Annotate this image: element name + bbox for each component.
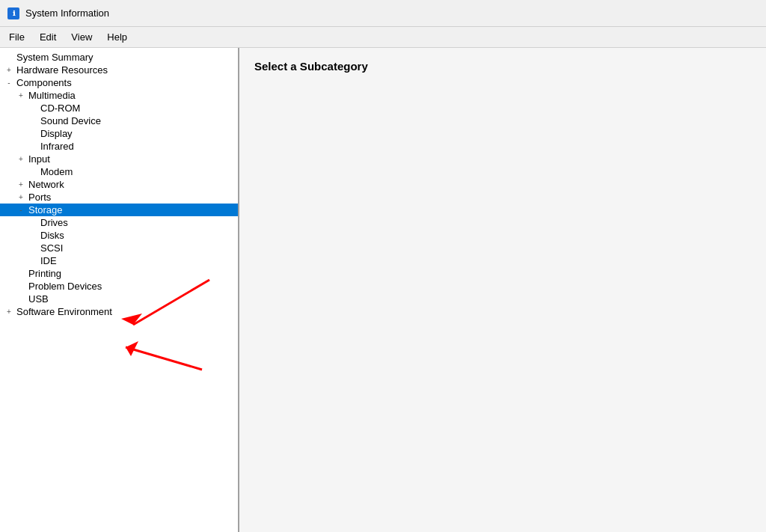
expander-ports[interactable]: + [15,193,27,201]
tree-label-components: Components [15,77,72,88]
expander-network[interactable]: + [15,180,27,189]
app-icon: ℹ [7,7,19,19]
tree-label-input: Input [27,153,50,165]
tree-item-software-environment[interactable]: +Software Environment [0,305,238,318]
content-area: Select a Subcategory [239,48,766,532]
tree-label-scsi: SCSI [39,242,63,254]
tree-item-hardware-resources[interactable]: +Hardware Resources [0,64,238,76]
title-bar: ℹ System Information [0,0,766,27]
tree-label-sound-device: Sound Device [39,115,101,126]
tree-label-hardware-resources: Hardware Resources [15,64,108,76]
tree-item-usb[interactable]: USB [0,293,238,305]
tree-label-modem: Modem [39,166,73,177]
tree-label-printing: Printing [27,268,61,279]
tree-item-storage[interactable]: -Storage [0,204,238,216]
tree-item-sound-device[interactable]: Sound Device [0,114,238,127]
tree-item-ide[interactable]: IDE [0,254,238,267]
tree-label-ide: IDE [39,255,57,266]
tree-item-system-summary[interactable]: System Summary [0,51,238,64]
tree-item-display[interactable]: Display [0,127,238,140]
tree-label-infrared: Infrared [39,141,74,152]
tree-item-printing[interactable]: Printing [0,267,238,280]
expander-software-environment[interactable]: + [3,308,15,316]
content-title: Select a Subcategory [254,60,751,73]
tree-label-disks: Disks [39,230,64,241]
expander-storage[interactable]: - [15,206,27,214]
tree-label-software-environment: Software Environment [15,306,112,317]
tree-item-drives[interactable]: Drives [0,216,238,229]
tree-item-multimedia[interactable]: +Multimedia [0,89,238,102]
tree-item-infrared[interactable]: Infrared [0,140,238,153]
tree-label-drives: Drives [39,217,68,228]
tree-label-system-summary: System Summary [15,52,94,63]
menu-bar: FileEditViewHelp [0,27,766,48]
tree-item-modem[interactable]: Modem [0,165,238,178]
tree-label-ports: Ports [27,192,51,203]
tree-label-storage: Storage [27,204,63,215]
tree-item-input[interactable]: +Input [0,153,238,165]
tree-label-problem-devices: Problem Devices [27,281,102,292]
tree-item-ports[interactable]: +Ports [0,191,238,204]
tree-label-network: Network [27,179,64,190]
expander-hardware-resources[interactable]: + [3,66,15,74]
tree-item-network[interactable]: +Network [0,178,238,191]
tree-item-disks[interactable]: Disks [0,229,238,242]
menu-item-help[interactable]: Help [101,30,133,44]
tree-item-scsi[interactable]: SCSI [0,242,238,254]
tree-label-usb: USB [27,293,49,305]
expander-components[interactable]: - [3,79,15,87]
tree-label-cdrom: CD-ROM [39,103,80,114]
expander-multimedia[interactable]: + [15,91,27,100]
tree-item-problem-devices[interactable]: Problem Devices [0,280,238,293]
tree-item-components[interactable]: -Components [0,76,238,89]
menu-item-view[interactable]: View [65,30,98,44]
tree-item-cdrom[interactable]: CD-ROM [0,102,238,114]
app-title: System Information [25,7,109,19]
expander-input[interactable]: + [15,155,27,163]
menu-item-edit[interactable]: Edit [34,30,62,44]
tree-label-display: Display [39,128,73,139]
tree-label-multimedia: Multimedia [27,90,76,101]
menu-item-file[interactable]: File [3,30,31,44]
sidebar-tree: System Summary+Hardware Resources-Compon… [0,48,239,532]
